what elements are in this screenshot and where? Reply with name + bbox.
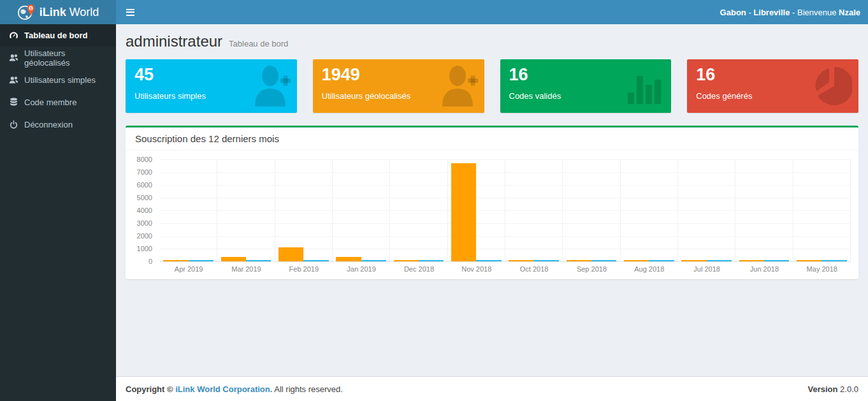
chart-bar-orange[interactable] xyxy=(624,260,649,261)
chart-bar-blue[interactable] xyxy=(707,260,732,261)
y-axis-tick: 6000 xyxy=(131,181,152,189)
user-plus-icon xyxy=(247,64,291,109)
users-icon xyxy=(9,53,18,62)
user-city: Libreville xyxy=(753,8,790,17)
x-axis-tick: Jul 2018 xyxy=(678,265,735,273)
y-axis-tick: 1000 xyxy=(131,245,152,252)
chart-bar-blue[interactable] xyxy=(764,260,789,261)
sidebar-item-utilisateurs-geolocalises[interactable]: Utilisateurs géolocalisés xyxy=(0,47,116,69)
user-name: Nzale xyxy=(839,8,860,17)
chart-bar-orange[interactable] xyxy=(394,260,419,261)
chart-bar-blue[interactable] xyxy=(591,260,616,261)
y-axis-tick: 4000 xyxy=(131,207,152,214)
page-title: administrateur xyxy=(126,33,222,50)
sidebar-item-label: Code membre xyxy=(24,98,76,107)
chart-bar-orange[interactable] xyxy=(451,163,476,261)
power-icon xyxy=(9,120,18,129)
chart-bar-orange[interactable] xyxy=(278,247,303,261)
company-link[interactable]: iLink World Corporation. xyxy=(175,384,272,394)
x-axis-tick: Nov 2018 xyxy=(448,265,505,273)
chart-bar-blue[interactable] xyxy=(821,260,846,261)
chart-plot xyxy=(160,159,851,261)
sidebar-item-label: Tableau de bord xyxy=(24,31,87,40)
footer-copyright: Copyright © iLink World Corporation. All… xyxy=(126,384,343,394)
chart-bar-orange[interactable] xyxy=(681,260,706,261)
x-axis-tick: Apr 2019 xyxy=(160,265,217,273)
chart-bar-orange[interactable] xyxy=(509,260,533,261)
navbar-main: Gabon - Libreville - Bienvenue Nzale xyxy=(116,0,868,24)
users-icon xyxy=(9,75,18,85)
sidebar-item-label: Déconnexion xyxy=(24,120,73,129)
x-axis-tick: Jun 2018 xyxy=(735,265,793,273)
gridline xyxy=(160,261,851,262)
user-plus-icon xyxy=(435,64,478,109)
x-axis-tick: Aug 2018 xyxy=(621,265,678,273)
chart-month-slot xyxy=(793,159,851,261)
y-axis-tick: 7000 xyxy=(131,168,152,176)
footer-version: Version 2.0.0 xyxy=(807,384,858,394)
sidebar-item-tableau-de-bord[interactable]: Tableau de bord xyxy=(0,24,116,47)
x-axis-tick: Feb 2019 xyxy=(275,265,333,273)
chart-month-slot xyxy=(505,159,563,261)
chart-x-axis: Apr 2019Mar 2019Feb 2019Jan 2019Dec 2018… xyxy=(160,265,851,273)
bar-chart-icon xyxy=(625,68,665,106)
chart-bar-orange[interactable] xyxy=(336,257,361,261)
x-axis-tick: May 2018 xyxy=(793,265,851,273)
stat-card-codes-generes: 16 Codes générés xyxy=(687,59,858,113)
chart-y-axis: 010002000300040005000600070008000 xyxy=(131,159,155,261)
chart-bar-orange[interactable] xyxy=(567,260,591,261)
stat-card-codes-valides: 16 Codes validés xyxy=(500,59,672,113)
dashboard-icon xyxy=(9,31,18,40)
chart-bar-blue[interactable] xyxy=(303,260,328,261)
chart-title: Souscription des 12 derniers mois xyxy=(126,128,858,150)
chart-bar-blue[interactable] xyxy=(649,260,674,261)
navbar-user-greeting[interactable]: Gabon - Libreville - Bienvenue Nzale xyxy=(720,8,868,17)
chart-month-slot xyxy=(621,159,678,261)
chart-bar-orange[interactable] xyxy=(739,260,764,261)
x-axis-tick: Oct 2018 xyxy=(505,265,563,273)
sidebar: Tableau de bord Utilisateurs géolocalisé… xyxy=(0,24,116,401)
chart-month-slot xyxy=(563,159,620,261)
chart-body: 010002000300040005000600070008000 Apr 20… xyxy=(126,150,858,279)
x-axis-tick: Jan 2019 xyxy=(333,265,390,273)
sidebar-item-code-membre[interactable]: Code membre xyxy=(0,91,116,113)
chart-bar-blue[interactable] xyxy=(476,260,501,261)
chart-bar-blue[interactable] xyxy=(534,260,559,261)
x-axis-tick: Mar 2019 xyxy=(217,265,275,273)
y-axis-tick: 8000 xyxy=(131,156,152,163)
sidebar-item-utilisateurs-simples[interactable]: Utilisateurs simples xyxy=(0,69,116,91)
subscription-bar-chart: 010002000300040005000600070008000 Apr 20… xyxy=(131,159,851,273)
chart-month-slot xyxy=(217,159,275,261)
y-axis-tick: 5000 xyxy=(131,194,152,201)
chart-bar-blue[interactable] xyxy=(419,260,444,261)
greeting-text: Bienvenue xyxy=(797,8,839,17)
chart-month-slot xyxy=(275,159,333,261)
x-axis-tick: Sep 2018 xyxy=(563,265,620,273)
sidebar-item-label: Utilisateurs géolocalisés xyxy=(24,48,107,68)
y-axis-tick: 3000 xyxy=(131,219,152,227)
sidebar-toggle-button[interactable] xyxy=(116,0,145,24)
database-icon xyxy=(9,98,18,107)
stat-card-utilisateurs-simples: 45 Utilisateurs simples xyxy=(126,59,297,113)
sidebar-item-label: Utilisateurs simples xyxy=(24,75,96,85)
chart-month-slot xyxy=(678,159,735,261)
y-axis-tick: 0 xyxy=(131,258,152,265)
chart-bar-orange[interactable] xyxy=(221,257,246,261)
chart-bar-blue[interactable] xyxy=(361,260,386,261)
brand-text: iLink World xyxy=(40,6,99,19)
chart-bar-blue[interactable] xyxy=(246,260,271,261)
chart-month-slot xyxy=(333,159,390,261)
chart-bar-orange[interactable] xyxy=(163,260,188,261)
sidebar-item-deconnexion[interactable]: Déconnexion xyxy=(0,113,116,136)
top-navbar: $ iLink World Gabon - Libreville - Bienv… xyxy=(0,0,868,24)
user-country: Gabon xyxy=(720,8,746,17)
chart-month-slot xyxy=(390,159,447,261)
subscription-chart-panel: Souscription des 12 derniers mois 010002… xyxy=(126,126,858,279)
chart-bar-blue[interactable] xyxy=(189,260,213,261)
content-area: administrateur Tableau de bord 45 Utilis… xyxy=(116,24,868,376)
chart-bar-orange[interactable] xyxy=(797,260,821,261)
chart-month-slot xyxy=(160,159,217,261)
page-subtitle: Tableau de bord xyxy=(229,39,288,48)
footer: Copyright © iLink World Corporation. All… xyxy=(116,376,868,401)
app-logo[interactable]: $ iLink World xyxy=(0,0,116,24)
